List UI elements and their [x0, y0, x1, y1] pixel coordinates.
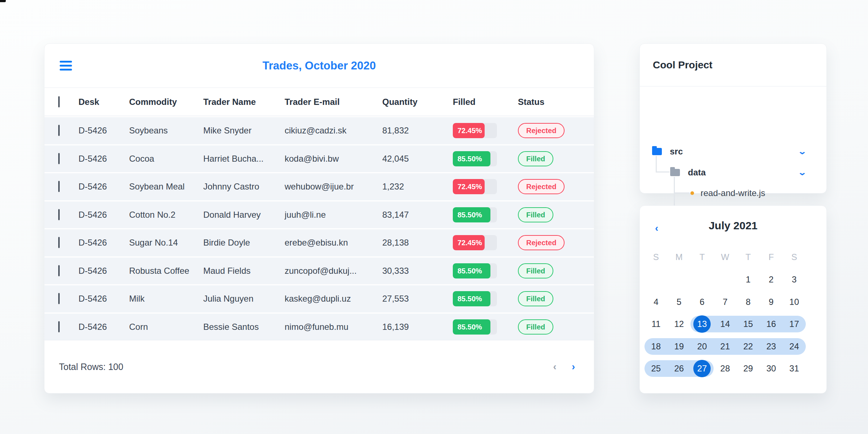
progress-fill: 85.50% — [453, 291, 490, 306]
calendar-day[interactable]: 7 — [714, 293, 737, 311]
calendar-day[interactable]: 29 — [737, 360, 760, 377]
column-header-desk: Desk — [78, 97, 129, 107]
calendar-day[interactable]: 28 — [714, 360, 737, 377]
status-badge: Rejected — [518, 235, 565, 250]
screen-artifact — [0, 0, 6, 2]
calendar-day[interactable]: 19 — [668, 338, 691, 355]
cell-commodity: Sugar No.14 — [129, 238, 203, 248]
cell-desk: D-5426 — [78, 125, 129, 136]
calendar-day[interactable]: 14 — [714, 315, 737, 333]
trades-card: Trades, October 2020 DeskCommodityTrader… — [44, 43, 594, 393]
cell-status: Filled — [518, 291, 580, 306]
status-badge: Rejected — [518, 123, 565, 138]
row-checkbox[interactable] — [58, 321, 60, 332]
calendar-grid: SMTWTFS 12345678910111213141516171819202… — [644, 248, 806, 382]
project-title: Cool Project — [653, 59, 712, 71]
calendar-day[interactable]: 21 — [714, 338, 737, 355]
calendar-day[interactable]: 2 — [760, 271, 783, 288]
cell-commodity: Soybeans — [129, 125, 203, 136]
progress-bar: 72.45% — [453, 235, 497, 250]
calendar-weekday-row: SMTWTFS — [644, 248, 806, 266]
cell-status: Rejected — [518, 123, 580, 138]
calendar-day[interactable]: 15 — [737, 315, 760, 333]
cell-trader-email: cikiuz@cadzi.sk — [285, 125, 382, 136]
project-card: Cool Project src⌄data⌄read-and-write.jsa… — [639, 43, 827, 193]
cell-trader-name: Julia Nguyen — [203, 294, 285, 304]
calendar-day-empty — [714, 271, 737, 288]
row-checkbox[interactable] — [58, 209, 60, 220]
calendar-day[interactable]: 25 — [644, 360, 668, 377]
row-checkbox[interactable] — [58, 153, 60, 164]
calendar-day[interactable]: 23 — [760, 338, 783, 355]
calendar-day[interactable]: 26 — [668, 360, 691, 377]
tree-folder-data[interactable]: data⌄ — [670, 164, 706, 181]
calendar-day[interactable]: 12 — [668, 315, 691, 333]
trades-card-header: Trades, October 2020 — [44, 44, 594, 88]
progress-bar: 72.45% — [453, 123, 497, 138]
cell-filled: 85.50% — [453, 151, 518, 166]
calendar-day[interactable]: 16 — [760, 315, 783, 333]
calendar-day-empty — [690, 271, 714, 288]
calendar-day[interactable]: 24 — [783, 338, 806, 355]
progress-fill: 85.50% — [453, 151, 490, 166]
row-checkbox[interactable] — [58, 265, 60, 276]
chevron-down-icon[interactable]: ⌄ — [797, 168, 807, 177]
row-checkbox[interactable] — [58, 181, 60, 192]
calendar-day[interactable]: 5 — [668, 293, 691, 311]
calendar-day[interactable]: 20 — [690, 338, 714, 355]
calendar-day[interactable]: 13 — [690, 315, 714, 333]
tree-file[interactable]: read-and-write.js — [690, 184, 765, 202]
cell-commodity: Cotton No.2 — [129, 210, 203, 220]
select-all-checkbox[interactable] — [58, 96, 60, 107]
trades-title: Trades, October 2020 — [44, 44, 594, 88]
calendar-day[interactable]: 9 — [760, 293, 783, 311]
calendar-week-row: 18192021222324 — [644, 338, 806, 355]
calendar-day[interactable]: 8 — [737, 293, 760, 311]
cell-desk: D-5426 — [78, 266, 129, 276]
calendar-day[interactable]: 10 — [783, 293, 806, 311]
weekday-label: W — [714, 248, 737, 266]
tree-folder-src[interactable]: src⌄ — [652, 143, 683, 160]
chevron-down-icon[interactable]: ⌄ — [797, 147, 807, 156]
calendar-day[interactable]: 1 — [737, 271, 760, 288]
calendar-day[interactable]: 6 — [690, 293, 714, 311]
calendar-day[interactable]: 3 — [783, 271, 806, 288]
calendar-prev-icon[interactable]: ‹ — [655, 222, 658, 234]
progress-bar: 85.50% — [453, 151, 497, 166]
weekday-label: T — [690, 248, 714, 266]
weekday-label: S — [644, 248, 668, 266]
calendar-day[interactable]: 18 — [644, 338, 668, 355]
status-badge: Filled — [518, 207, 553, 222]
cell-quantity: 16,139 — [382, 322, 453, 332]
prev-page-icon[interactable]: ‹ — [553, 362, 556, 372]
status-badge: Filled — [518, 151, 553, 166]
table-row: D-5426Robusta CoffeeMaud Fieldszuncopof@… — [44, 258, 594, 285]
next-page-icon[interactable]: › — [572, 362, 575, 372]
column-header-trader-e-mail: Trader E-mail — [285, 97, 382, 107]
cell-commodity: Cocoa — [129, 154, 203, 164]
progress-fill: 72.45% — [453, 179, 485, 194]
calendar-week-row: 25262728293031 — [644, 360, 806, 377]
calendar-day[interactable]: 22 — [737, 338, 760, 355]
progress-bar: 85.50% — [453, 207, 497, 222]
row-checkbox[interactable] — [58, 293, 60, 304]
calendar-day[interactable]: 11 — [644, 315, 668, 333]
calendar-day-empty — [668, 271, 691, 288]
weekday-label: T — [737, 248, 760, 266]
tree-folder-label: data — [688, 167, 706, 178]
column-header-status: Status — [518, 97, 580, 107]
calendar-day[interactable]: 27 — [690, 360, 714, 377]
calendar-day[interactable]: 4 — [644, 293, 668, 311]
row-checkbox[interactable] — [58, 125, 60, 136]
cell-trader-email: koda@bivi.bw — [285, 154, 382, 164]
calendar-day[interactable]: 30 — [760, 360, 783, 377]
cell-quantity: 27,553 — [382, 294, 453, 304]
row-checkbox[interactable] — [58, 237, 60, 248]
menu-icon[interactable] — [60, 61, 72, 71]
calendar-day[interactable]: 17 — [783, 315, 806, 333]
progress-bar: 85.50% — [453, 263, 497, 278]
progress-bar: 85.50% — [453, 291, 497, 306]
cell-quantity: 1,232 — [382, 182, 453, 192]
calendar-day[interactable]: 31 — [783, 360, 806, 377]
cell-status: Filled — [518, 319, 580, 335]
